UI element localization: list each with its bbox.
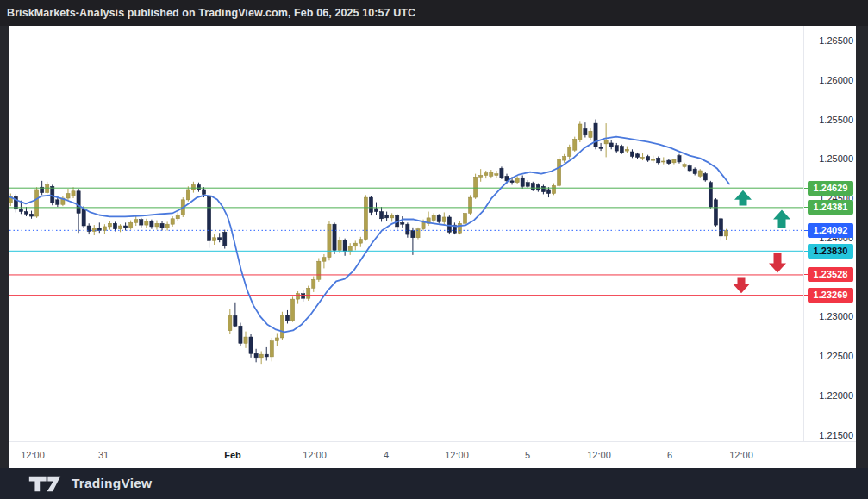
candle-body [176, 215, 179, 219]
time-tick-label: 31 [98, 450, 109, 461]
badge-tick [804, 295, 808, 296]
candle-body [317, 261, 321, 279]
candle-body [584, 128, 587, 134]
candle-body [724, 231, 727, 236]
candle-body [92, 228, 96, 232]
candle-body [348, 246, 352, 251]
candle-body [678, 156, 681, 162]
candle-body [72, 191, 75, 196]
candle-body [145, 221, 148, 226]
candle-body [343, 240, 347, 251]
candle-body [662, 161, 665, 162]
candle-body [536, 184, 540, 190]
candle-body [353, 243, 357, 246]
footer-bar: TradingView [0, 468, 868, 499]
candle-body [56, 200, 59, 204]
candle-body [463, 213, 466, 223]
candle-body [285, 315, 289, 320]
candle-body [615, 146, 618, 151]
badge-tick [804, 274, 808, 275]
candle-body [307, 288, 310, 298]
tradingview-logo-icon[interactable] [28, 476, 61, 492]
bear-target-arrow-1-icon [769, 253, 786, 273]
candle-body [604, 140, 608, 144]
candle-body [118, 226, 122, 229]
candle-body [515, 178, 519, 182]
candle-body [124, 226, 128, 228]
candle-body [714, 200, 717, 225]
price-tick-label: 1.22500 [807, 351, 853, 361]
candle-body [490, 172, 493, 177]
candle-body [228, 315, 232, 330]
chart-card: 1.265001.260001.255001.250001.245001.240… [9, 26, 856, 468]
candle-body [82, 209, 85, 226]
candle-body [672, 159, 676, 163]
badge-tick [804, 207, 808, 208]
price-tick-label: 1.21500 [807, 430, 853, 440]
candle-body [531, 184, 534, 190]
candle-body [401, 222, 404, 224]
candle-body [150, 221, 153, 227]
candle-body [108, 223, 111, 227]
candle-body [197, 184, 200, 189]
candle-body [66, 194, 70, 198]
chart-title: BriskMarkets-Analysis published on Tradi… [0, 7, 415, 19]
bull-target-arrow-2-icon [773, 209, 790, 228]
candle-body [432, 215, 435, 220]
price-badge-support-1: 1.23830 [808, 244, 853, 259]
candle-body [35, 190, 39, 216]
tradingview-chart-snapshot: BriskMarkets-Analysis published on Tradi… [0, 0, 868, 499]
candle-body [249, 337, 253, 353]
candle-body [447, 217, 451, 232]
time-tick-label: 5 [525, 450, 530, 461]
candle-body [411, 231, 415, 238]
candle-body [573, 139, 577, 150]
price-axis[interactable]: 1.265001.260001.255001.250001.245001.240… [803, 26, 857, 441]
candle-body [19, 209, 22, 212]
candle-body [297, 294, 300, 299]
price-badge-current-price: 1.24092 [808, 223, 853, 238]
candle-body [568, 147, 571, 157]
candle-body [134, 220, 138, 223]
candle-body [558, 159, 561, 185]
price-badge-support-3: 1.23269 [808, 288, 853, 303]
candle-body [280, 315, 284, 338]
price-chart-plot[interactable] [9, 26, 803, 441]
candle-body [234, 315, 237, 326]
candle-body [484, 173, 488, 176]
candle-body [442, 217, 446, 221]
candle-body [186, 190, 190, 200]
candle-body [165, 224, 169, 228]
time-tick-label: 6 [667, 450, 672, 461]
candle-body [171, 219, 174, 224]
price-badge-resistance-1: 1.24629 [808, 181, 853, 196]
candle-body [646, 157, 650, 161]
price-tick-label: 1.26500 [807, 35, 853, 46]
candle-body [322, 258, 326, 262]
price-tick-label: 1.25500 [807, 115, 853, 125]
candle-body [667, 160, 671, 164]
price-tick-label: 1.26000 [807, 75, 853, 85]
candle-body [599, 147, 603, 149]
candle-body [635, 154, 639, 158]
candle-body [385, 215, 389, 218]
candle-body [703, 174, 707, 180]
candle-body [312, 279, 315, 288]
price-badge-resistance-2: 1.24381 [808, 200, 853, 215]
candle-body [719, 219, 722, 236]
time-axis[interactable]: 12:0031Feb12:00412:00512:00612:00 [9, 441, 856, 469]
candle-body [521, 178, 524, 186]
candle-body [265, 354, 268, 357]
candle-body [541, 186, 545, 191]
time-tick-label: 12:00 [21, 450, 45, 461]
tradingview-brand-text[interactable]: TradingView [72, 476, 152, 491]
candle-body [510, 181, 514, 183]
candle-body [207, 196, 210, 240]
candle-body [589, 131, 592, 137]
candle-body [29, 214, 33, 216]
candle-body [223, 232, 227, 246]
badge-tick [804, 188, 808, 189]
candle-body [244, 337, 247, 343]
candle-body [140, 220, 143, 225]
candle-body [709, 183, 712, 207]
